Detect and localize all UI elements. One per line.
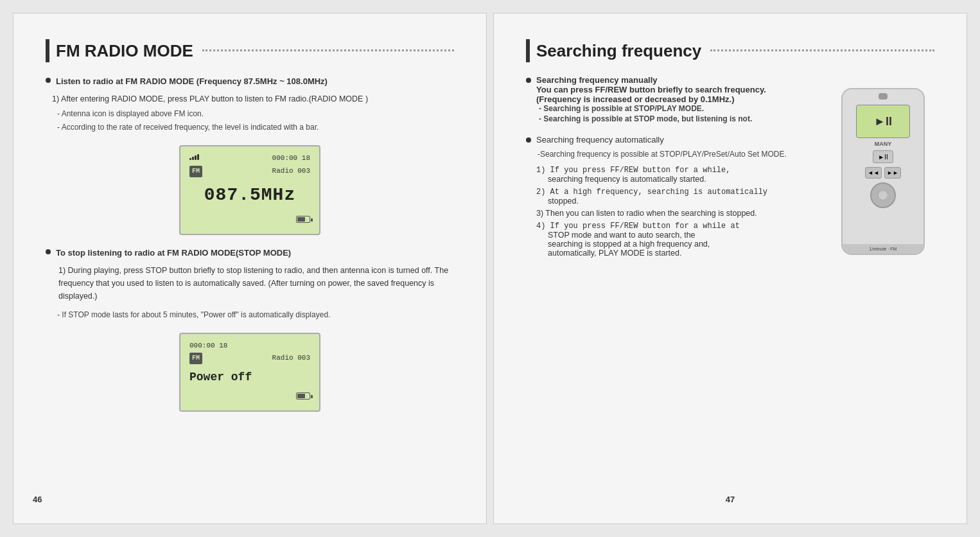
right-content: Searching frequency manually You can pre… [526,75,835,258]
lcd-freq-1: 087.5MHz [189,181,310,210]
lcd-time-1: 000:00 18 [272,153,310,164]
search-step-1: 1) If you press FF/REW button for a whil… [536,165,835,184]
left-page: FM RADIO MODE Listen to radio at FM RADI… [13,13,487,524]
bullet-2-text: To stop listening to radio at FM RADIO M… [56,247,291,260]
lcd-battery-1 [189,214,310,226]
right-bullet-1-title: Searching frequency manually [536,75,766,85]
device-wheel [870,182,896,208]
heading-bar-left [46,39,49,62]
right-heading: Searching frequency [526,39,934,62]
left-content: Listen to radio at FM RADIO MODE (Freque… [46,75,454,412]
note-item-1: - If STOP mode lasts for about 5 minutes… [57,309,454,321]
search-auto-intro: -Searching frequency is possible at STOP… [538,150,835,159]
device-wheel-center [878,190,888,200]
heading-dots-left [202,49,454,51]
right-bullet-1: Searching frequency manually You can pre… [526,75,835,125]
heading-dots-right [710,49,934,51]
lcd-radio-track-1: Radio 003 [272,166,310,177]
right-bullet-1-content: Searching frequency manually You can pre… [536,75,766,125]
device-rew-btn: ◄◄ [865,167,882,179]
bullet-dot-2 [46,249,51,254]
lcd-radio-track-2: Radio 003 [272,353,310,364]
search-auto-dot [526,137,531,143]
lcd-power-off: Power off [189,368,310,387]
device-ff-btn: ►► [884,167,901,179]
right-bullet-1-line-2: (Frequency is increased or decreased by … [536,94,766,104]
lcd-time-label-2: 000:00 18 [189,340,227,352]
device-logo: MANY [843,141,923,147]
battery-icon-1 [296,216,310,223]
page-number-left: 46 [33,495,42,504]
sub-item-1: - Antenna icon is displayed above FM ico… [57,108,454,120]
page-number-right: 47 [726,495,735,504]
battery-fill-2 [297,394,305,398]
device-bottom-label: 1/minute · FM [843,244,923,254]
lcd-middle-row-1: FM Radio 003 [189,166,310,177]
search-step-3: 3) Then you can listen to radio when the… [536,209,835,218]
right-bullet-1-line-1: You can press FF/REW button briefly to s… [536,85,766,94]
bullet-1-text: Listen to radio at FM RADIO MODE (Freque… [56,75,328,89]
lcd-display-1: 000:00 18 FM Radio 003 087.5MHz [179,145,320,235]
right-page-title: Searching frequency [536,41,701,61]
device-body: ►II MANY ►II ◄◄ ►► 1/minute · FM [841,88,925,255]
right-bullet-dot-1 [526,78,531,83]
device-playpause-btn: ►II [873,150,893,163]
battery-fill-1 [297,217,305,222]
search-step-4: 4) If you press FF/REW button for a whil… [536,221,835,258]
right-bullet-1-line-3: - Searching is possible at STOP/PLAY MOD… [539,104,766,113]
signal-bars [189,154,199,160]
device-btn-row-top: ►II [843,150,923,163]
bullet-dot-1 [46,78,51,83]
search-auto-heading: Searching frequency automatically [526,135,835,145]
bullet-2: To stop listening to radio at FM RADIO M… [46,247,454,260]
right-text-col: Searching frequency manually You can pre… [526,75,835,261]
bullet-1: Listen to radio at FM RADIO MODE (Freque… [46,75,454,89]
right-bullet-1-line-4: - Searching is possible at STOP mode, bu… [539,114,766,123]
search-auto-section: Searching frequency automatically -Searc… [526,135,835,258]
device-jack [879,93,888,100]
device-screen: ►II [856,105,910,138]
step-1: 1) After entering RADIO MODE, press PLAY… [52,92,454,105]
lcd-top-row-2: 000:00 18 [189,340,310,352]
sub-item-2: - According to the rate of received freq… [57,121,454,134]
battery-icon-2 [296,392,310,400]
step-1-text: 1) After entering RADIO MODE, press PLAY… [52,94,368,103]
left-heading: FM RADIO MODE [46,39,454,62]
device-btn-row-nav: ◄◄ ►► [843,167,923,179]
heading-bar-right [526,39,530,62]
lcd-middle-row-2: FM Radio 003 [189,353,310,364]
search-auto-title: Searching frequency automatically [536,135,664,145]
left-page-title: FM RADIO MODE [56,41,193,61]
device-image-col: ►II MANY ►II ◄◄ ►► 1/minute · FM [841,75,934,261]
lcd-display-2: 000:00 18 FM Radio 003 Power off [179,333,320,412]
lcd-battery-2 [189,391,310,403]
right-cols: Searching frequency manually You can pre… [526,75,934,261]
step-2-1: 1) During playing, press STOP button bri… [58,264,454,303]
lcd-top-row-1: 000:00 18 [189,153,310,164]
right-page: Searching frequency Searching frequency … [493,13,967,524]
fm-badge-1: FM [189,166,202,177]
search-step-2: 2) At a high frequency, searching is aut… [536,187,835,206]
signal-area [189,153,199,164]
fm-badge-2: FM [189,353,202,364]
